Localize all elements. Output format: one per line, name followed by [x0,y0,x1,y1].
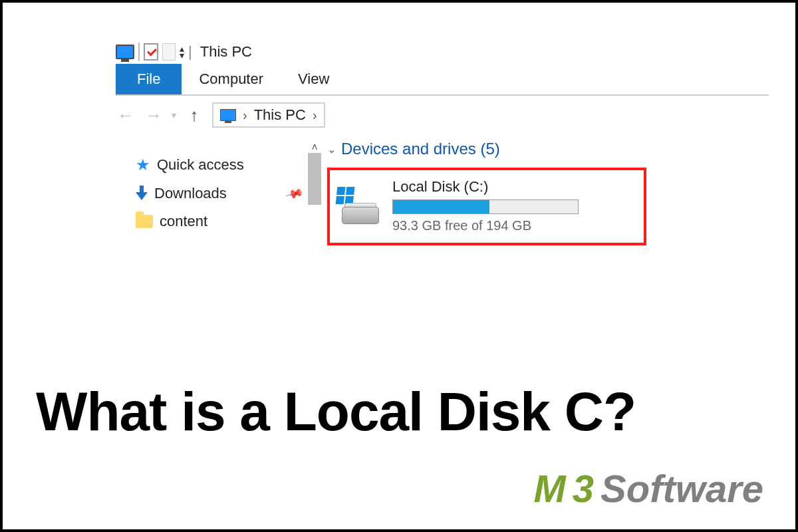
windows-logo-icon [336,187,355,204]
sidebar-item-label: Downloads [154,185,227,202]
group-header-label: Devices and drives (5) [341,140,500,158]
navigation-row: ← → ▾ ↑ › This PC › [116,96,769,137]
drive-icon [338,188,380,224]
address-this-pc-icon [220,109,236,121]
file-explorer-window: ▴▾ | This PC File Computer View ← → ▾ ↑ … [116,43,769,245]
devices-group-header[interactable]: ⌄ Devices and drives (5) [327,140,769,158]
nav-up-button[interactable]: ↑ [184,105,204,126]
breadcrumb-separator-icon: › [243,108,247,123]
nav-back-button[interactable]: ← [116,105,136,126]
local-disk-c-item[interactable]: Local Disk (C:) 93.3 GB free of 194 GB [327,168,646,245]
nav-forward-button[interactable]: → [144,105,164,126]
ribbon-tabs: File Computer View [116,64,769,96]
star-icon: ★ [136,156,150,174]
brand-logo: M3 Software [533,466,763,511]
pin-icon: 📌 [285,184,305,203]
content-pane: ⌄ Devices and drives (5) Local Disk (C:) [327,137,769,245]
breadcrumb-separator-icon: › [313,108,317,123]
article-headline: What is a Local Disk C? [36,380,762,443]
chevron-down-icon: ⌄ [327,143,336,156]
title-bar: ▴▾ | This PC [116,43,769,64]
address-bar[interactable]: › This PC › [212,102,325,128]
drive-free-space-label: 93.3 GB free of 194 GB [392,218,632,233]
sidebar-item-quick-access[interactable]: ★ Quick access [136,150,302,180]
sidebar-scrollbar[interactable]: ʌ [307,137,322,245]
this-pc-icon [116,45,134,59]
drive-info: Local Disk (C:) 93.3 GB free of 194 GB [392,178,632,233]
folder-icon [136,215,153,228]
titlebar-divider [138,43,140,61]
tab-file[interactable]: File [116,64,182,94]
scrollbar-up-icon[interactable]: ʌ [312,141,317,152]
brand-three: 3 [573,466,594,511]
brand-m: M [533,466,565,511]
sidebar-item-downloads[interactable]: Downloads 📌 [136,180,302,207]
drive-usage-fill [393,200,489,213]
tab-view[interactable]: View [281,64,346,94]
sidebar-item-label: Quick access [157,156,244,174]
sidebar-item-content[interactable]: content [136,207,302,235]
explorer-body: ★ Quick access Downloads 📌 content ʌ [116,137,769,245]
drive-usage-bar [392,200,579,214]
download-arrow-icon [136,186,148,201]
recent-locations-dropdown[interactable]: ▾ [172,110,176,120]
tab-computer[interactable]: Computer [182,64,281,94]
brand-name: Software [600,466,763,511]
titlebar-separator: | [188,43,192,61]
customize-quick-access-icon[interactable]: ▴▾ [180,45,184,59]
new-doc-quick-icon[interactable] [162,43,176,61]
scrollbar-thumb[interactable] [308,153,321,205]
drive-name-label: Local Disk (C:) [392,178,632,196]
navigation-sidebar: ★ Quick access Downloads 📌 content [116,137,302,245]
breadcrumb-location[interactable]: This PC [254,106,306,124]
window-title: This PC [200,43,252,61]
document-frame: ▴▾ | This PC File Computer View ← → ▾ ↑ … [0,0,798,532]
sidebar-item-label: content [160,213,207,230]
properties-quick-icon[interactable] [144,43,158,61]
